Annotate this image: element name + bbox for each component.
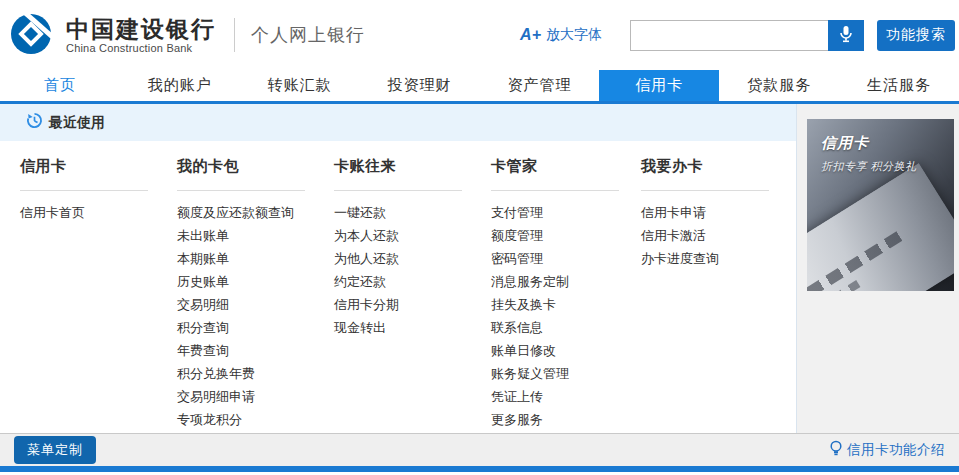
credit-card-intro-link[interactable]: 信用卡功能介绍 (829, 440, 945, 460)
column-header: 卡账往来 (334, 157, 462, 191)
footer-strip (0, 466, 959, 472)
side-panel: 信用卡 折扣专享 积分换礼 (797, 104, 959, 433)
bank-name: 中国建设银行 China Construction Bank (66, 16, 216, 54)
menu-item[interactable]: 年费查询 (177, 339, 334, 362)
menu-item[interactable]: 信用卡首页 (20, 201, 177, 224)
menu-area: 最近使用 信用卡 信用卡首页 我的卡包 额度及应还款额查询 未出账单 本期账单 … (0, 104, 797, 433)
menu-item[interactable]: 支付管理 (491, 201, 641, 224)
lightbulb-icon (829, 440, 847, 460)
recently-used-label: 最近使用 (49, 114, 105, 132)
credit-card-promo-banner[interactable]: 信用卡 折扣专享 积分换礼 (807, 119, 954, 291)
portal-title: 个人网上银行 (251, 23, 365, 47)
tab-credit-card[interactable]: 信用卡 (599, 70, 719, 101)
bottom-bar: 菜单定制 信用卡功能介绍 (0, 433, 959, 466)
menu-item[interactable]: 积分兑换年费 (177, 362, 334, 385)
menu-item[interactable]: 消息服务定制 (491, 270, 641, 293)
ccb-logo-icon (8, 10, 58, 61)
credit-card-image (807, 163, 954, 291)
enlarge-font-label: 放大字体 (546, 26, 602, 44)
column-header: 信用卡 (20, 157, 148, 191)
microphone-icon (839, 25, 853, 46)
tab-transfer-remit[interactable]: 转账汇款 (240, 70, 360, 101)
menu-item[interactable]: 信用卡申请 (641, 201, 796, 224)
menu-item[interactable]: 办卡进度查询 (641, 247, 796, 270)
enlarge-font-link[interactable]: A+ 放大字体 (520, 26, 602, 44)
menu-column-card-transactions: 卡账往来 一键还款 为本人还款 为他人还款 约定还款 信用卡分期 现金转出 (334, 157, 491, 433)
menu-item[interactable]: 现金转出 (334, 316, 491, 339)
menu-item[interactable]: 一键还款 (334, 201, 491, 224)
promo-title: 信用卡 (821, 134, 869, 153)
bank-name-cn: 中国建设银行 (66, 16, 216, 42)
tab-loan-services[interactable]: 贷款服务 (719, 70, 839, 101)
menu-column-my-cards: 我的卡包 额度及应还款额查询 未出账单 本期账单 历史账单 交易明细 积分查询 … (177, 157, 334, 433)
menu-item[interactable]: 密码管理 (491, 247, 641, 270)
menu-item[interactable]: 专项龙积分 (177, 408, 334, 431)
menu-item[interactable]: 交易明细申请 (177, 385, 334, 408)
page: 中国建设银行 China Construction Bank 个人网上银行 A+… (0, 0, 959, 475)
credit-card-menu-panel: 最近使用 信用卡 信用卡首页 我的卡包 额度及应还款额查询 未出账单 本期账单 … (0, 104, 959, 433)
menu-column-apply-card: 我要办卡 信用卡申请 信用卡激活 办卡进度查询 (641, 157, 796, 433)
menu-item[interactable]: 信用卡激活 (641, 224, 796, 247)
menu-item[interactable]: 历史账单 (177, 270, 334, 293)
menu-column-credit-card: 信用卡 信用卡首页 (20, 157, 177, 433)
menu-item[interactable]: 信用卡分期 (334, 293, 491, 316)
tab-asset-management[interactable]: 资产管理 (480, 70, 600, 101)
menu-column-card-manager: 卡管家 支付管理 额度管理 密码管理 消息服务定制 挂失及换卡 联系信息 账单日… (491, 157, 641, 433)
menu-item[interactable]: 为他人还款 (334, 247, 491, 270)
tab-home[interactable]: 首页 (0, 70, 120, 101)
menu-item[interactable]: 交易明细 (177, 293, 334, 316)
intro-link-label: 信用卡功能介绍 (847, 441, 945, 459)
voice-search-button[interactable] (828, 20, 864, 51)
column-header: 我要办卡 (641, 157, 769, 191)
bank-brand: 中国建设银行 China Construction Bank (8, 10, 216, 61)
menu-item[interactable]: 账单日修改 (491, 339, 641, 362)
main-nav: 首页 我的账户 转账汇款 投资理财 资产管理 信用卡 贷款服务 生活服务 (0, 70, 959, 104)
bank-name-en: China Construction Bank (66, 42, 216, 54)
menu-item[interactable]: 联系信息 (491, 316, 641, 339)
tab-my-accounts[interactable]: 我的账户 (120, 70, 240, 101)
menu-item[interactable]: 额度管理 (491, 224, 641, 247)
menu-item[interactable]: 积分查询 (177, 316, 334, 339)
menu-item[interactable]: 账务疑义管理 (491, 362, 641, 385)
menu-item[interactable]: 挂失及换卡 (491, 293, 641, 316)
search-input[interactable] (630, 20, 828, 51)
menu-item[interactable]: 本期账单 (177, 247, 334, 270)
font-zoom-icon: A+ (520, 26, 541, 44)
menu-item[interactable]: 凭证上传 (491, 385, 641, 408)
tab-life-services[interactable]: 生活服务 (839, 70, 959, 101)
tab-investment[interactable]: 投资理财 (360, 70, 480, 101)
recently-used-bar: 最近使用 (0, 104, 796, 141)
column-header: 卡管家 (491, 157, 619, 191)
menu-item[interactable]: 额度及应还款额查询 (177, 201, 334, 224)
function-search-button[interactable]: 功能搜索 (877, 20, 955, 51)
menu-item[interactable]: 约定还款 (334, 270, 491, 293)
menu-item[interactable]: 更多服务 (491, 408, 641, 431)
menu-columns: 信用卡 信用卡首页 我的卡包 额度及应还款额查询 未出账单 本期账单 历史账单 … (0, 141, 796, 433)
menu-customize-button[interactable]: 菜单定制 (14, 436, 96, 464)
history-clock-icon (26, 112, 43, 133)
header: 中国建设银行 China Construction Bank 个人网上银行 A+… (0, 0, 959, 70)
menu-item[interactable]: 为本人还款 (334, 224, 491, 247)
column-header: 我的卡包 (177, 157, 305, 191)
menu-item[interactable]: 未出账单 (177, 224, 334, 247)
header-divider (234, 18, 235, 52)
promo-subtitle: 折扣专享 积分换礼 (821, 159, 917, 174)
function-search: 功能搜索 (630, 20, 955, 51)
